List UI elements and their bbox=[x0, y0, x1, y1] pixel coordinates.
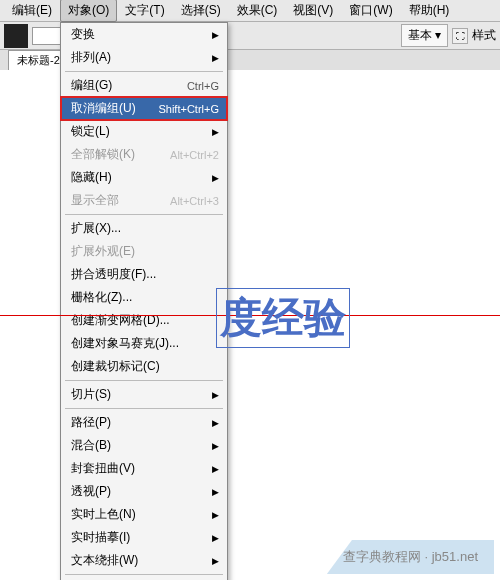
menu-separator bbox=[65, 574, 223, 575]
style-dropdown-label: 基本 bbox=[408, 28, 432, 42]
menu-编辑[interactable]: 编辑(E) bbox=[4, 0, 60, 22]
submenu-arrow-icon: ▶ bbox=[212, 30, 219, 40]
menu-对象[interactable]: 对象(O) bbox=[60, 0, 117, 22]
menu-item[interactable]: 拼合透明度(F)... bbox=[61, 263, 227, 286]
menu-item-label: 全部解锁(K) bbox=[71, 146, 135, 163]
menu-item-label: 排列(A) bbox=[71, 49, 111, 66]
menu-separator bbox=[65, 408, 223, 409]
submenu-arrow-icon: ▶ bbox=[212, 418, 219, 428]
menu-item-label: 实时上色(N) bbox=[71, 506, 136, 523]
object-menu: 变换▶排列(A)▶编组(G)Ctrl+G取消编组(U)Shift+Ctrl+G锁… bbox=[60, 22, 228, 580]
menu-item-shortcut: Alt+Ctrl+2 bbox=[170, 149, 219, 161]
menu-item-label: 创建裁切标记(C) bbox=[71, 358, 160, 375]
menu-separator bbox=[65, 71, 223, 72]
menu-item-label: 混合(B) bbox=[71, 437, 111, 454]
watermark: 查字典教程网 · jb51.net bbox=[327, 540, 494, 574]
menu-窗口[interactable]: 窗口(W) bbox=[341, 0, 400, 22]
menu-item-shortcut: Alt+Ctrl+3 bbox=[170, 195, 219, 207]
submenu-arrow-icon: ▶ bbox=[212, 173, 219, 183]
menu-item[interactable]: 锁定(L)▶ bbox=[61, 120, 227, 143]
menu-item[interactable]: 封套扭曲(V)▶ bbox=[61, 457, 227, 480]
menu-item-shortcut: Shift+Ctrl+G bbox=[158, 103, 219, 115]
menu-item[interactable]: 创建对象马赛克(J)... bbox=[61, 332, 227, 355]
menu-item[interactable]: 扩展(X)... bbox=[61, 217, 227, 240]
menu-item[interactable]: 隐藏(H)▶ bbox=[61, 166, 227, 189]
menu-item-label: 拼合透明度(F)... bbox=[71, 266, 156, 283]
menu-item-label: 栅格化(Z)... bbox=[71, 289, 132, 306]
menu-separator bbox=[65, 214, 223, 215]
submenu-arrow-icon: ▶ bbox=[212, 510, 219, 520]
menu-视图[interactable]: 视图(V) bbox=[285, 0, 341, 22]
submenu-arrow-icon: ▶ bbox=[212, 556, 219, 566]
submenu-arrow-icon: ▶ bbox=[212, 53, 219, 63]
menu-item-label: 创建对象马赛克(J)... bbox=[71, 335, 179, 352]
menu-item[interactable]: 创建裁切标记(C) bbox=[61, 355, 227, 378]
menu-效果[interactable]: 效果(C) bbox=[229, 0, 286, 22]
menu-item-label: 实时描摹(I) bbox=[71, 529, 130, 546]
submenu-arrow-icon: ▶ bbox=[212, 464, 219, 474]
menu-选择[interactable]: 选择(S) bbox=[173, 0, 229, 22]
menu-item[interactable]: 创建渐变网格(D)... bbox=[61, 309, 227, 332]
menu-item-label: 路径(P) bbox=[71, 414, 111, 431]
expand-icon[interactable]: ⛶ bbox=[452, 28, 468, 44]
style-dropdown[interactable]: 基本 ▾ bbox=[401, 24, 448, 47]
menu-item-label: 透视(P) bbox=[71, 483, 111, 500]
menu-item-shortcut: Ctrl+G bbox=[187, 80, 219, 92]
menu-item-label: 取消编组(U) bbox=[71, 100, 136, 117]
menubar: 编辑(E)对象(O)文字(T)选择(S)效果(C)视图(V)窗口(W)帮助(H) bbox=[0, 0, 500, 22]
menu-item-label: 锁定(L) bbox=[71, 123, 110, 140]
menu-item[interactable]: 切片(S)▶ bbox=[61, 383, 227, 406]
menu-item: 扩展外观(E) bbox=[61, 240, 227, 263]
menu-item-label: 扩展外观(E) bbox=[71, 243, 135, 260]
menu-item[interactable]: 混合(B)▶ bbox=[61, 434, 227, 457]
fill-stroke-swatch[interactable] bbox=[4, 24, 28, 48]
dropdown-arrow-icon: ▾ bbox=[435, 28, 441, 42]
canvas-selected-text[interactable]: 度经验 bbox=[220, 290, 346, 346]
menu-item-label: 封套扭曲(V) bbox=[71, 460, 135, 477]
menu-item-label: 扩展(X)... bbox=[71, 220, 121, 237]
menu-帮助[interactable]: 帮助(H) bbox=[401, 0, 458, 22]
menu-item[interactable]: 实时描摹(I)▶ bbox=[61, 526, 227, 549]
menu-item-label: 切片(S) bbox=[71, 386, 111, 403]
menu-item[interactable]: 排列(A)▶ bbox=[61, 46, 227, 69]
menu-item-label: 显示全部 bbox=[71, 192, 119, 209]
menu-item-label: 变换 bbox=[71, 26, 95, 43]
menu-item[interactable]: 文本绕排(W)▶ bbox=[61, 549, 227, 572]
submenu-arrow-icon: ▶ bbox=[212, 487, 219, 497]
menu-item[interactable]: 变换▶ bbox=[61, 23, 227, 46]
menu-文字[interactable]: 文字(T) bbox=[117, 0, 172, 22]
menu-separator bbox=[65, 380, 223, 381]
menu-item[interactable]: 取消编组(U)Shift+Ctrl+G bbox=[61, 97, 227, 120]
submenu-arrow-icon: ▶ bbox=[212, 390, 219, 400]
menu-item-label: 文本绕排(W) bbox=[71, 552, 138, 569]
menu-item: 显示全部Alt+Ctrl+3 bbox=[61, 189, 227, 212]
toolbar-extra-label: 样式 bbox=[472, 27, 496, 44]
submenu-arrow-icon: ▶ bbox=[212, 441, 219, 451]
menu-item-label: 隐藏(H) bbox=[71, 169, 112, 186]
menu-item[interactable]: 透视(P)▶ bbox=[61, 480, 227, 503]
submenu-arrow-icon: ▶ bbox=[212, 127, 219, 137]
menu-item-label: 编组(G) bbox=[71, 77, 112, 94]
menu-item[interactable]: 编组(G)Ctrl+G bbox=[61, 74, 227, 97]
menu-item[interactable]: 路径(P)▶ bbox=[61, 411, 227, 434]
menu-item[interactable]: 栅格化(Z)... bbox=[61, 286, 227, 309]
menu-item[interactable]: 实时上色(N)▶ bbox=[61, 503, 227, 526]
submenu-arrow-icon: ▶ bbox=[212, 533, 219, 543]
menu-item: 全部解锁(K)Alt+Ctrl+2 bbox=[61, 143, 227, 166]
